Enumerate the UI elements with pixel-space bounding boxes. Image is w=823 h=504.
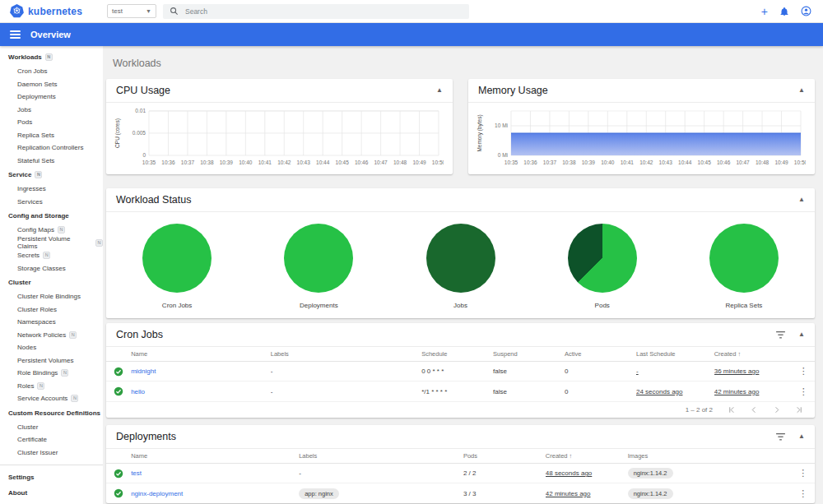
deployments-title: Deployments [116,431,176,442]
sidebar-item-config-maps[interactable]: Config MapsN [0,224,103,237]
workload-status-cron-jobs: Cron Jobs [106,224,248,309]
sidebar-item-deployments[interactable]: Deployments [0,90,103,104]
namespaced-badge: N [35,171,42,178]
collapse-icon[interactable]: ▲ [436,87,443,94]
cpu-usage-title: CPU Usage [116,85,170,96]
sidebar-item-service-accounts[interactable]: Service AccountsN [0,392,103,405]
filter-icon[interactable] [776,331,785,339]
plus-icon: + [761,6,768,17]
cron-job-link-hello[interactable]: hello [131,388,145,395]
pie-label: Replica Sets [725,302,762,309]
search-input[interactable] [185,7,463,16]
sidebar-item-services[interactable]: Services [0,196,103,209]
sidebar-item-stateful-sets[interactable]: Stateful Sets [0,155,103,168]
row-actions-icon[interactable]: ⋮ [798,489,807,498]
sidebar-section-service[interactable]: ServiceN [0,167,103,183]
sidebar-item-daemon-sets[interactable]: Daemon Sets [0,78,103,91]
svg-text:10:50: 10:50 [432,160,444,165]
app-bar: Overview [0,23,823,46]
sidebar-item-network-policies[interactable]: Network PoliciesN [0,329,103,342]
pie-label: Jobs [453,302,467,309]
sidebar-item-cluster-issuer[interactable]: Cluster Issuer [0,446,103,460]
sidebar-section-custom-resource-definitions[interactable]: Custom Resource Definitions [0,405,103,421]
sidebar-item-replication-controllers[interactable]: Replication Controllers [0,141,103,155]
kubernetes-logo[interactable]: kubernetes [0,4,103,18]
collapse-icon[interactable]: ▲ [798,197,805,203]
user-menu-button[interactable] [801,6,811,16]
sidebar-item-jobs[interactable]: Jobs [0,104,103,117]
collapse-icon[interactable]: ▲ [798,87,805,94]
workload-status-jobs: Jobs [389,224,531,309]
namespaced-badge: N [43,252,50,259]
sidebar-item-about[interactable]: About [0,485,103,501]
top-bar: kubernetes test ▼ + [0,0,823,23]
column-header-name[interactable]: Name [131,350,271,358]
notifications-button[interactable] [779,7,789,16]
svg-text:10:45: 10:45 [336,160,350,165]
sidebar-divider [0,465,103,465]
row-actions-icon[interactable]: ⋮ [799,387,808,396]
sidebar-item-certificate[interactable]: Certificate [0,433,103,446]
last-page-icon[interactable] [794,405,803,414]
sidebar-item-cluster-role-bindings[interactable]: Cluster Role Bindings [0,290,103,303]
sidebar-item-roles[interactable]: RolesN [0,380,103,393]
next-page-icon[interactable] [772,405,781,414]
sidebar-item-cluster[interactable]: Cluster [0,421,103,434]
first-page-icon[interactable] [728,405,737,414]
svg-text:10:49: 10:49 [774,160,788,165]
previous-page-icon[interactable] [750,405,759,414]
sidebar-item-cluster-roles[interactable]: Cluster Roles [0,303,103,317]
sidebar-item-settings[interactable]: Settings [0,469,103,485]
collapse-icon[interactable]: ▲ [798,433,805,440]
svg-text:10:40: 10:40 [601,160,615,165]
pie-chart-replica-sets [709,224,779,293]
sidebar-item-nodes[interactable]: Nodes [0,341,103,354]
svg-text:10:37: 10:37 [181,160,195,165]
svg-text:10:36: 10:36 [523,160,537,165]
filter-icon[interactable] [776,433,785,441]
column-header-created[interactable]: Created↑ [546,452,628,460]
topbar-actions: + [761,6,823,17]
status-ok-icon [114,469,123,479]
sidebar-item-storage-classes[interactable]: Storage Classes [0,262,103,275]
sidebar-item-persistent-volumes[interactable]: Persistent Volumes [0,354,103,368]
sort-asc-icon: ↑ [569,452,572,460]
sidebar-item-replica-sets[interactable]: Replica Sets [0,129,103,142]
sidebar-item-role-bindings[interactable]: Role BindingsN [0,367,103,380]
deployments-table-header: Name Labels Pods Created↑ Images [106,449,815,464]
pie-label: Deployments [300,302,338,309]
column-header-pods: Pods [463,452,546,460]
column-header-created[interactable]: Created↑ [714,350,793,358]
create-resource-button[interactable]: + [761,6,768,17]
memory-usage-chart: 0 Mi10 Mi10:3510:3610:3710:3810:3910:401… [468,103,815,177]
svg-text:10:40: 10:40 [239,160,253,165]
sidebar-item-namespaces[interactable]: Namespaces [0,316,103,329]
sidebar-section-config-and-storage[interactable]: Config and Storage [0,208,103,224]
menu-icon[interactable] [10,30,21,39]
deployment-link-nginx-deployment[interactable]: nginx-deployment [131,490,183,497]
row-actions-icon[interactable]: ⋮ [798,469,807,478]
column-header-active: Active [565,350,636,358]
cpu-usage-card: CPU Usage ▲ 00.0050.0110:3510:3610:3710:… [106,79,453,174]
column-header-name[interactable]: Name [131,452,299,460]
collapse-icon[interactable]: ▲ [798,331,805,338]
namespace-selector[interactable]: test ▼ [107,4,156,18]
sidebar-item-ingresses[interactable]: Ingresses [0,183,103,196]
cpu-usage-chart: 00.0050.0110:3510:3610:3710:3810:3910:40… [106,103,453,177]
row-actions-icon[interactable]: ⋮ [799,367,808,376]
deployment-link-test[interactable]: test [131,469,142,477]
sidebar-item-persistent-volume-claims[interactable]: Persistent Volume ClaimsN [0,237,103,250]
column-header-labels: Labels [299,452,463,460]
search-bar[interactable] [163,4,469,19]
svg-text:10:42: 10:42 [277,160,291,165]
svg-text:10:45: 10:45 [698,160,712,165]
sidebar-section-cluster[interactable]: Cluster [0,275,103,290]
status-ok-icon [114,488,123,498]
sidebar-section-workloads[interactable]: WorkloadsN [0,49,103,65]
sidebar-item-pods[interactable]: Pods [0,116,103,129]
sidebar-item-cron-jobs[interactable]: Cron Jobs [0,65,103,78]
svg-text:10:47: 10:47 [736,160,750,165]
cron-job-link-midnight[interactable]: midnight [131,368,156,375]
sidebar-item-secrets[interactable]: SecretsN [0,249,103,262]
svg-text:Memory (bytes): Memory (bytes) [477,114,483,151]
